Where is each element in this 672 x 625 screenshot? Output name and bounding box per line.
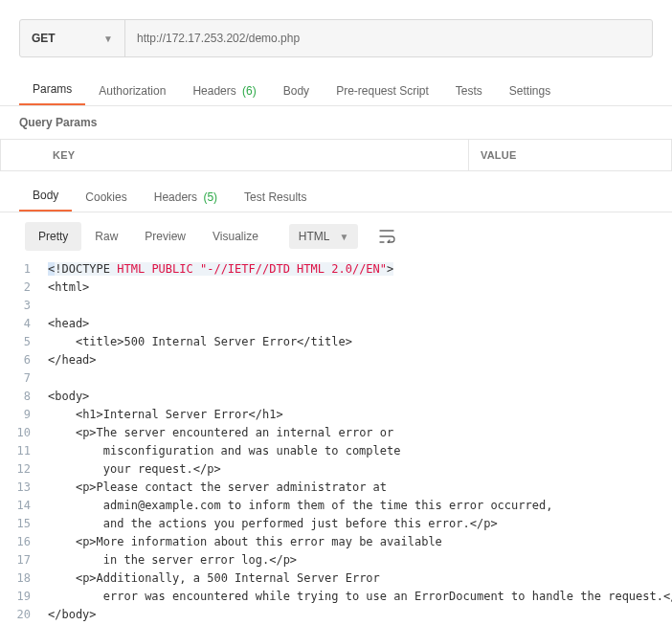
line-number: 18 — [0, 569, 48, 588]
line-number: 13 — [0, 479, 48, 497]
view-tab-raw[interactable]: Raw — [81, 222, 131, 251]
line-number: 9 — [0, 406, 48, 424]
line-number: 16 — [0, 533, 48, 551]
code-content: <title>500 Internal Server Error</title> — [48, 333, 352, 351]
response-tabs: Body Cookies Headers (5) Test Results — [0, 181, 672, 212]
line-number: 2 — [0, 279, 48, 297]
line-number: 15 — [0, 515, 48, 533]
resp-tab-headers[interactable]: Headers (5) — [141, 183, 231, 212]
code-line: 4<head> — [0, 315, 672, 333]
code-line: 1<!DOCTYPE HTML PUBLIC "-//IETF//DTD HTM… — [0, 260, 672, 279]
code-content: <body> — [48, 388, 89, 406]
code-line: 19 error was encountered while trying to… — [0, 588, 672, 606]
resp-tab-body[interactable]: Body — [19, 181, 72, 212]
line-number: 8 — [0, 388, 48, 406]
code-content: </body> — [48, 606, 97, 624]
tab-authorization[interactable]: Authorization — [85, 77, 179, 105]
code-content: <head> — [48, 315, 89, 333]
wrap-lines-button[interactable] — [371, 224, 404, 249]
line-number: 7 — [0, 369, 48, 388]
code-content: <h1>Internal Server Error</h1> — [48, 406, 283, 424]
code-line: 11 misconfiguration and was unable to co… — [0, 442, 672, 460]
url-input[interactable]: http://172.17.253.202/demo.php — [125, 20, 652, 56]
resp-tab-test-results[interactable]: Test Results — [231, 183, 320, 212]
line-number: 10 — [0, 424, 48, 442]
code-content: <p>Please contact the server administrat… — [48, 479, 387, 497]
code-content: and the actions you performed just befor… — [48, 515, 498, 533]
code-content: <p>More information about this error may… — [48, 533, 442, 551]
line-number: 3 — [0, 297, 48, 315]
code-line: 5 <title>500 Internal Server Error</titl… — [0, 333, 672, 351]
view-tab-preview[interactable]: Preview — [131, 222, 199, 251]
code-line: 15 and the actions you performed just be… — [0, 515, 672, 533]
resp-tab-headers-label: Headers — [154, 190, 197, 204]
kv-header: KEY VALUE — [0, 140, 672, 171]
line-number: 20 — [0, 606, 48, 624]
tab-tests[interactable]: Tests — [442, 77, 496, 105]
line-number: 6 — [0, 351, 48, 369]
code-line: 10 <p>The server encountered an internal… — [0, 424, 672, 442]
code-content: <html> — [48, 279, 89, 297]
code-line: 2<html> — [0, 279, 672, 297]
method-label: GET — [32, 32, 56, 45]
code-line: 3 — [0, 297, 672, 315]
code-line: 13 <p>Please contact the server administ… — [0, 479, 672, 497]
language-select[interactable]: HTML ▼ — [289, 224, 359, 249]
query-params-title: Query Params — [0, 106, 672, 140]
code-content: <p>The server encountered an internal er… — [48, 424, 393, 442]
view-tab-visualize[interactable]: Visualize — [199, 222, 272, 251]
line-number: 11 — [0, 442, 48, 460]
code-content: <!DOCTYPE HTML PUBLIC "-//IETF//DTD HTML… — [48, 260, 393, 279]
code-line: 6</head> — [0, 351, 672, 369]
code-line: 16 <p>More information about this error … — [0, 533, 672, 551]
view-tab-pretty[interactable]: Pretty — [25, 222, 81, 251]
tab-params[interactable]: Params — [19, 75, 85, 105]
caret-down-icon: ▼ — [103, 33, 113, 44]
line-number: 14 — [0, 497, 48, 515]
code-content: your request.</p> — [48, 460, 221, 479]
code-content: in the server error log.</p> — [48, 551, 297, 569]
line-number: 12 — [0, 460, 48, 479]
tab-headers-count: (6) — [242, 84, 257, 98]
tab-body[interactable]: Body — [270, 77, 323, 105]
resp-tab-headers-count: (5) — [203, 190, 217, 204]
code-line: 12 your request.</p> — [0, 460, 672, 479]
kv-value-header: VALUE — [469, 140, 672, 170]
caret-down-icon: ▼ — [340, 232, 349, 242]
tab-headers[interactable]: Headers (6) — [179, 77, 269, 105]
line-number: 19 — [0, 588, 48, 606]
code-content: <p>Additionally, a 500 Internal Server E… — [48, 569, 380, 588]
request-tabs: Params Authorization Headers (6) Body Pr… — [0, 75, 672, 106]
request-bar: GET ▼ http://172.17.253.202/demo.php — [19, 19, 653, 57]
kv-key-header: KEY — [0, 140, 469, 170]
url-text: http://172.17.253.202/demo.php — [137, 32, 300, 45]
code-content: misconfiguration and was unable to compl… — [48, 442, 400, 460]
tab-prerequest[interactable]: Pre-request Script — [323, 77, 442, 105]
code-line: 17 in the server error log.</p> — [0, 551, 672, 569]
wrap-lines-icon — [379, 230, 396, 243]
line-number: 4 — [0, 315, 48, 333]
language-label: HTML — [299, 230, 330, 243]
resp-tab-cookies[interactable]: Cookies — [72, 183, 140, 212]
code-content: </head> — [48, 351, 97, 369]
code-line: 20</body> — [0, 606, 672, 624]
code-line: 9 <h1>Internal Server Error</h1> — [0, 406, 672, 424]
line-number: 1 — [0, 260, 48, 279]
code-content: error was encountered while trying to us… — [48, 588, 672, 606]
tab-headers-label: Headers — [192, 84, 235, 98]
code-line: 7 — [0, 369, 672, 388]
code-line: 18 <p>Additionally, a 500 Internal Serve… — [0, 569, 672, 588]
line-number: 17 — [0, 551, 48, 569]
code-line: 14 admin@example.com to inform them of t… — [0, 497, 672, 515]
view-mode-bar: Pretty Raw Preview Visualize HTML ▼ — [0, 212, 672, 257]
tab-settings[interactable]: Settings — [496, 77, 564, 105]
response-code-body[interactable]: 1<!DOCTYPE HTML PUBLIC "-//IETF//DTD HTM… — [0, 257, 672, 625]
code-content: admin@example.com to inform them of the … — [48, 497, 552, 515]
method-select[interactable]: GET ▼ — [20, 20, 125, 56]
line-number: 5 — [0, 333, 48, 351]
code-line: 8<body> — [0, 388, 672, 406]
